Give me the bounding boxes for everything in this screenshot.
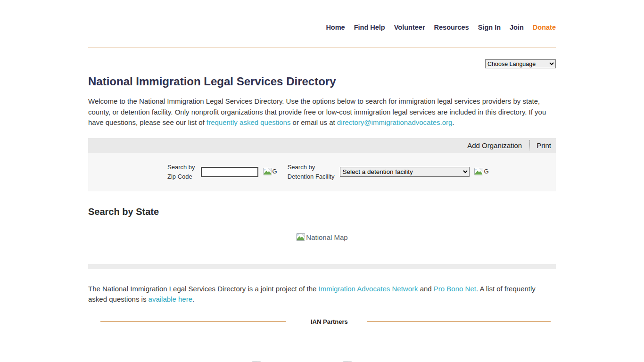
- broken-image-icon: [263, 168, 272, 176]
- header-divider: [88, 48, 556, 48]
- broken-image-icon: [296, 233, 305, 241]
- nav-item-sign-in[interactable]: Sign In: [478, 24, 501, 31]
- nav-item-find-help[interactable]: Find Help: [354, 24, 385, 31]
- directory-toolbar: Add Organization Print: [88, 138, 556, 153]
- facility-search-label: Search by Detention Facility: [288, 163, 335, 181]
- add-organization-button[interactable]: Add Organization: [467, 141, 523, 149]
- page-title: National Immigration Legal Services Dire…: [88, 75, 556, 88]
- page-container: Home Find Help Volunteer Resources Sign …: [88, 0, 556, 362]
- zip-code-input[interactable]: [201, 167, 258, 177]
- nav-item-donate[interactable]: Donate: [533, 24, 556, 31]
- national-map-broken-image[interactable]: National Map: [296, 233, 347, 241]
- broken-image-icon: [474, 168, 483, 176]
- search-by-state-heading: Search by State: [88, 206, 556, 217]
- ian-partners-line-left: [100, 321, 286, 322]
- national-map-row: National Map: [88, 233, 556, 241]
- footer-text-after: .: [192, 295, 194, 303]
- intro-paragraph: Welcome to the National Immigration Lega…: [88, 96, 555, 128]
- zip-search-label: Search by Zip Code: [167, 163, 195, 181]
- language-select[interactable]: Choose Language: [485, 59, 556, 68]
- toolbar-separator: [529, 140, 530, 150]
- available-here-link[interactable]: available here: [149, 295, 192, 303]
- ian-partners-heading-row: IAN Partners: [88, 318, 556, 325]
- immigration-advocates-network-link[interactable]: Immigration Advocates Network: [319, 285, 418, 293]
- footer-note: The National Immigration Legal Services …: [88, 284, 556, 305]
- footer-text-and: and: [418, 285, 433, 293]
- intro-text-middle: or email us at: [290, 118, 337, 126]
- email-link[interactable]: directory@immigrationadvocates.org: [337, 118, 453, 126]
- nav-item-resources[interactable]: Resources: [434, 24, 469, 31]
- section-divider-bar: [88, 264, 556, 269]
- detention-facility-select[interactable]: Select a detention facility: [340, 167, 470, 177]
- facility-go-alt-text: G: [484, 168, 488, 175]
- top-navigation: Home Find Help Volunteer Resources Sign …: [88, 0, 556, 31]
- pro-bono-net-link[interactable]: Pro Bono Net: [434, 285, 476, 293]
- nav-item-join[interactable]: Join: [510, 24, 524, 31]
- national-map-alt-text: National Map: [306, 233, 347, 241]
- facility-go-broken-image[interactable]: G: [474, 168, 488, 176]
- footer-text: The National Immigration Legal Services …: [88, 285, 319, 293]
- nav-item-home[interactable]: Home: [326, 24, 345, 31]
- language-row: Choose Language: [88, 59, 556, 68]
- print-button[interactable]: Print: [537, 141, 551, 149]
- zip-go-broken-image[interactable]: G: [263, 168, 277, 176]
- nav-item-volunteer[interactable]: Volunteer: [394, 24, 425, 31]
- ian-partners-heading: IAN Partners: [311, 318, 348, 325]
- search-panel: Search by Zip Code G Search by Detention…: [88, 153, 556, 191]
- ian-partners-line-right: [367, 321, 551, 322]
- faq-link[interactable]: frequently asked questions: [206, 118, 290, 126]
- intro-text-after: .: [452, 118, 454, 126]
- zip-go-alt-text: G: [272, 168, 277, 175]
